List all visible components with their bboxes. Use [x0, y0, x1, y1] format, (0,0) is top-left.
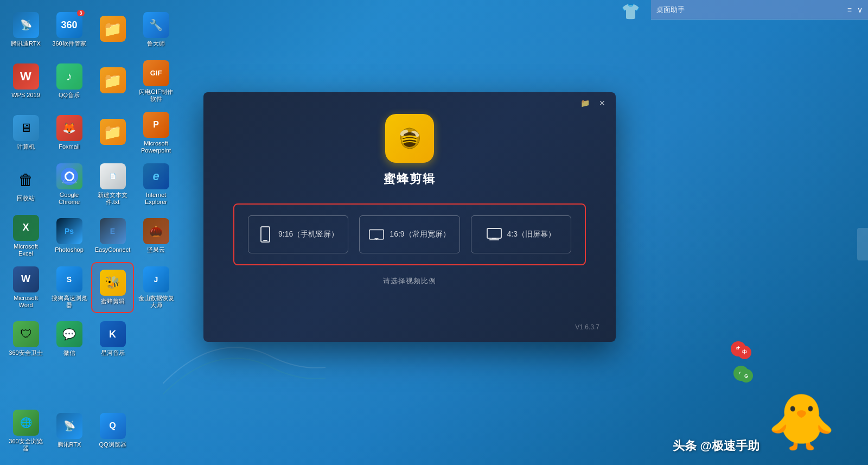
tshirt-icon: 👕 [621, 3, 640, 21]
desktop-icon-wechat[interactable]: 💬 微信 [49, 315, 90, 364]
desktop-icon-word[interactable]: W MicrosoftWord [5, 263, 46, 312]
desktop-icon-xingyin[interactable]: K 星河音乐 [92, 315, 133, 364]
desktop-icon-360browser[interactable]: 🌐 360安全浏览器 [5, 407, 46, 454]
ratio-icon-oldscreen [487, 227, 502, 242]
ratio-selection-container: 9:16（手机竖屏） 16:9（常用宽屏） 4:3（旧屏幕） [233, 203, 586, 265]
desktop-icon-qqbrowser[interactable]: Q QQ浏览器 [92, 407, 133, 454]
desktop-icon-wps[interactable]: W WPS 2019 [5, 57, 46, 106]
desktop-icon-folder3[interactable]: 📁 [92, 109, 133, 157]
svg-rect-7 [369, 230, 384, 239]
desktop-icon-luda[interactable]: 🔧 鲁大师 [136, 5, 176, 54]
small-circle-green: G [739, 369, 753, 383]
window-close-btn[interactable]: ✕ [597, 98, 608, 109]
desktop-icon-tencent2[interactable]: 📡 腾讯RTX [49, 407, 90, 454]
bottom-row-icons: 🌐 360安全浏览器 📡 腾讯RTX Q QQ浏览器 [5, 407, 133, 454]
desktop-icon-txt[interactable]: 📄 新建文本文件.txt [92, 160, 133, 209]
desktop-icon-jinshan[interactable]: J 金山数据恢复大师 [136, 263, 176, 312]
desktop-icon-tencent-rtx[interactable]: 📡 腾讯通RTX [5, 5, 46, 54]
taskbar-title: 桌面助手 [656, 5, 685, 15]
window-folder-btn[interactable]: 📁 [579, 98, 590, 109]
small-circle-red: 中 [738, 346, 751, 359]
desktop-icons-grid: 📡 腾讯通RTX 360 3 360软件管家 📁 🔧 鲁大师 W WPS 201… [5, 5, 176, 364]
desktop-icon-excel[interactable]: X MicrosoftExcel [5, 212, 46, 260]
desktop-icon-ps[interactable]: Ps Photoshop [49, 212, 90, 260]
svg-point-2 [66, 173, 73, 180]
svg-rect-10 [487, 228, 501, 238]
desktop-icon-recycle[interactable]: 🗑 回收站 [5, 160, 46, 209]
desktop-icon-folder1[interactable]: 📁 [92, 5, 133, 54]
desktop-icon-chrome[interactable]: GoogleChrome [49, 160, 90, 209]
ratio-label-9-16: 9:16（手机竖屏） [278, 230, 339, 239]
desktop-icon-360-manager[interactable]: 360 3 360软件管家 [49, 5, 90, 54]
taskbar-close-icon[interactable]: ∨ [857, 5, 863, 14]
desktop-icon-foxmail[interactable]: 🦊 Foxmail [49, 109, 90, 157]
ratio-icon-widescreen [369, 227, 384, 242]
desktop-icon-sougou[interactable]: S 搜狗高速浏览器 [49, 263, 90, 312]
desktop-icon-squirrel[interactable]: 🌰 坚果云 [136, 212, 176, 260]
desktop-icon-360safe[interactable]: 🛡 360安全卫士 [5, 315, 46, 364]
taskbar-icons: ≡ ∨ [847, 5, 863, 14]
ratio-btn-9-16[interactable]: 9:16（手机竖屏） [248, 215, 348, 253]
ratio-hint: 请选择视频比例 [383, 276, 436, 286]
ratio-btn-16-9[interactable]: 16:9（常用宽屏） [359, 215, 459, 253]
taskbar-menu-icon[interactable]: ≡ [847, 5, 852, 14]
desktop-icon-easyconn[interactable]: E EasyConnect [92, 212, 133, 260]
right-side-buttons [857, 228, 868, 260]
window-titlebar: 📁 ✕ [579, 98, 608, 109]
app-logo [385, 114, 434, 163]
ratio-btn-4-3[interactable]: 4:3（旧屏幕） [471, 215, 571, 253]
desktop-icon-bee-editor[interactable]: 🐝 蜜蜂剪辑 [92, 263, 133, 312]
desktop-icon-mspp[interactable]: P MicrosoftPowerpoint [136, 109, 176, 157]
ratio-icon-phone [258, 227, 273, 242]
version-label: V1.6.3.7 [575, 323, 599, 331]
bee-logo-svg [393, 122, 426, 155]
duck-mascot: 🐥 [768, 394, 835, 449]
svg-rect-5 [261, 227, 270, 242]
ratio-label-16-9: 16:9（常用宽屏） [390, 230, 450, 239]
desktop-icon-folder2[interactable]: 📁 [92, 57, 133, 106]
desktop-icon-gif[interactable]: GIF 闪电GIF制作软件 [136, 57, 176, 106]
right-side-arrow[interactable] [857, 228, 868, 260]
desktop-icon-qqmusic[interactable]: ♪ QQ音乐 [49, 57, 90, 106]
watermark: 头条 @极速手助 [673, 438, 760, 454]
taskbar-top-right: 桌面助手 ≡ ∨ [651, 0, 868, 20]
desktop-icon-computer[interactable]: 🖥 计算机 [5, 109, 46, 157]
ratio-label-4-3: 4:3（旧屏幕） [507, 230, 556, 239]
app-title: 蜜蜂剪辑 [384, 171, 436, 187]
desktop-icon-ie[interactable]: e InternetExplorer [136, 160, 176, 209]
bee-editor-window: 📁 ✕ 蜜蜂剪辑 9:16（手机竖 [203, 92, 616, 342]
